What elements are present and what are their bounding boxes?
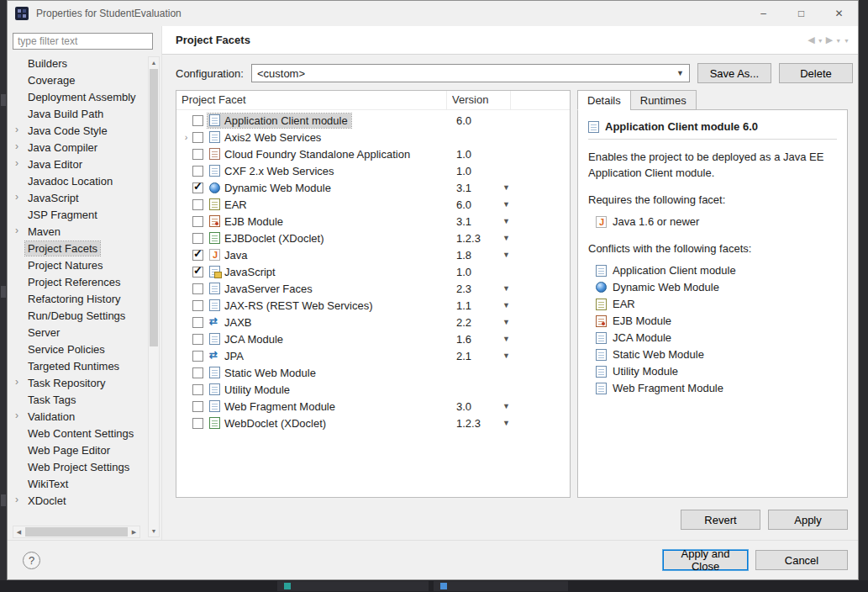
scroll-down-icon[interactable]: ▼ [149, 526, 159, 536]
tab-runtimes[interactable]: Runtimes [630, 90, 697, 110]
facet-checkbox[interactable] [192, 166, 203, 177]
forward-icon[interactable]: ▶ [826, 34, 833, 45]
expand-chevron-icon[interactable]: › [15, 225, 18, 236]
facet-checkbox[interactable] [192, 334, 203, 345]
facet-row-javaserver-faces[interactable]: JavaServer Faces2.3▼ [176, 280, 570, 297]
sidebar-item-project-facets[interactable]: Project Facets [13, 240, 142, 256]
facet-checkbox[interactable] [192, 367, 203, 378]
sidebar-item-task-tags[interactable]: Task Tags [13, 391, 142, 408]
view-menu-icon[interactable]: ▼ [844, 38, 850, 44]
version-dropdown-icon[interactable]: ▼ [502, 284, 510, 293]
tab-details[interactable]: Details [577, 90, 631, 110]
facet-row-utility-module[interactable]: Utility Module [176, 381, 570, 398]
sidebar-item-jsp-fragment[interactable]: JSP Fragment [13, 206, 142, 223]
sidebar-item-builders[interactable]: Builders [13, 55, 142, 71]
sidebar-item-java-editor[interactable]: ›Java Editor [13, 156, 142, 172]
facet-row-dynamic-web-module[interactable]: Dynamic Web Module3.1▼ [176, 179, 570, 196]
expand-chevron-icon[interactable]: › [15, 157, 18, 169]
facet-checkbox[interactable] [192, 300, 203, 311]
version-dropdown-icon[interactable]: ▼ [502, 301, 510, 309]
facet-row-application-client-module[interactable]: Application Client module6.0 [176, 112, 570, 129]
expand-chevron-icon[interactable]: › [15, 494, 18, 505]
facet-checkbox[interactable] [192, 132, 203, 143]
revert-button[interactable]: Revert [681, 510, 760, 530]
sidebar-item-targeted-runtimes[interactable]: Targeted Runtimes [13, 357, 142, 374]
version-dropdown-icon[interactable]: ▼ [502, 200, 510, 209]
version-dropdown-icon[interactable]: ▼ [502, 183, 510, 192]
sidebar-item-wikitext[interactable]: WikiText [13, 475, 142, 492]
facet-checkbox[interactable] [192, 267, 203, 278]
sidebar-item-javadoc-location[interactable]: Javadoc Location [13, 172, 142, 189]
save-as-button[interactable]: Save As... [697, 63, 771, 83]
version-dropdown-icon[interactable]: ▼ [502, 234, 510, 242]
version-dropdown-icon[interactable]: ▼ [502, 419, 510, 427]
facet-checkbox[interactable] [192, 283, 203, 294]
sidebar-item-server[interactable]: Server [13, 324, 142, 341]
sidebar-item-java-compiler[interactable]: ›Java Compiler [13, 139, 142, 156]
facet-row-ejb-module[interactable]: EJB Module3.1▼ [176, 213, 570, 230]
title-bar[interactable]: Properties for StudentEvaluation – □ ✕ [8, 1, 858, 26]
scroll-up-icon[interactable]: ▲ [149, 57, 159, 68]
facet-checkbox[interactable] [192, 216, 203, 227]
sidebar-item-java-code-style[interactable]: ›Java Code Style [13, 122, 142, 139]
facet-row-cloud-foundry-standalone-application[interactable]: Cloud Foundry Standalone Application1.0 [176, 145, 570, 162]
facet-row-jca-module[interactable]: JCA Module1.6▼ [176, 330, 570, 347]
sidebar-item-xdoclet[interactable]: ›XDoclet [13, 492, 142, 509]
sidebar-item-project-references[interactable]: Project References [13, 273, 142, 290]
scrollbar-thumb[interactable] [150, 69, 158, 346]
delete-button[interactable]: Delete [779, 63, 853, 83]
expand-chevron-icon[interactable]: › [181, 132, 192, 142]
filter-input[interactable] [13, 33, 153, 50]
facet-checkbox[interactable] [192, 233, 203, 244]
facet-row-axis2-web-services[interactable]: ›Axis2 Web Services [176, 129, 570, 145]
version-dropdown-icon[interactable]: ▼ [502, 402, 510, 410]
sidebar-vertical-scrollbar[interactable]: ▲ ▼ [148, 56, 160, 537]
sidebar-item-refactoring-history[interactable]: Refactoring History [13, 290, 142, 307]
configuration-select[interactable]: <custom> ▼ [251, 64, 690, 82]
apply-button[interactable]: Apply [768, 510, 848, 530]
facet-checkbox[interactable] [192, 317, 203, 328]
sidebar-item-validation[interactable]: ›Validation [13, 408, 142, 425]
facet-checkbox[interactable] [192, 384, 203, 395]
facet-checkbox[interactable] [192, 149, 203, 160]
facet-row-java[interactable]: Java1.8▼ [176, 246, 570, 263]
facet-row-cxf-2-x-web-services[interactable]: CXF 2.x Web Services1.0 [176, 162, 570, 179]
version-dropdown-icon[interactable]: ▼ [502, 318, 510, 326]
facet-row-jaxb[interactable]: JAXB2.2▼ [176, 314, 570, 330]
cancel-button[interactable]: Cancel [755, 550, 848, 570]
facet-row-webdoclet-xdoclet[interactable]: WebDoclet (XDoclet)1.2.3▼ [176, 415, 570, 431]
facet-checkbox[interactable] [192, 418, 203, 429]
facet-row-static-web-module[interactable]: Static Web Module [176, 364, 570, 381]
expand-chevron-icon[interactable]: › [15, 376, 18, 388]
facet-checkbox[interactable] [192, 115, 203, 126]
sidebar-item-web-content-settings[interactable]: Web Content Settings [13, 425, 142, 441]
sidebar-item-deployment-assembly[interactable]: Deployment Assembly [13, 88, 142, 105]
version-dropdown-icon[interactable]: ▼ [502, 251, 510, 259]
sidebar-item-javascript[interactable]: ›JavaScript [13, 189, 142, 206]
facet-checkbox[interactable] [192, 351, 203, 362]
apply-and-close-button[interactable]: Apply and Close [663, 550, 748, 570]
facet-row-ear[interactable]: EAR6.0▼ [176, 196, 570, 213]
sidebar-item-project-natures[interactable]: Project Natures [13, 256, 142, 273]
version-dropdown-icon[interactable]: ▼ [502, 217, 510, 225]
back-dropdown-icon[interactable]: ▼ [818, 38, 823, 44]
scrollbar-thumb[interactable] [25, 527, 128, 536]
facet-row-ejbdoclet-xdoclet[interactable]: EJBDoclet (XDoclet)1.2.3▼ [176, 230, 570, 246]
back-icon[interactable]: ◀ [808, 34, 814, 45]
facet-checkbox[interactable] [192, 401, 203, 412]
close-button[interactable]: ✕ [820, 1, 858, 26]
sidebar-item-run-debug-settings[interactable]: Run/Debug Settings [13, 307, 142, 324]
sidebar-item-web-project-settings[interactable]: Web Project Settings [13, 458, 142, 475]
column-header-project-facet[interactable]: Project Facet [176, 91, 447, 109]
expand-chevron-icon[interactable]: › [15, 191, 18, 203]
facet-checkbox[interactable] [192, 182, 203, 193]
scroll-right-icon[interactable]: ▶ [129, 529, 139, 536]
sidebar-horizontal-scrollbar[interactable]: ◀ ▶ [13, 526, 140, 538]
maximize-button[interactable]: □ [782, 1, 820, 26]
sidebar-item-maven[interactable]: ›Maven [13, 223, 142, 240]
sidebar-item-java-build-path[interactable]: Java Build Path [13, 105, 142, 122]
facet-row-web-fragment-module[interactable]: Web Fragment Module3.0▼ [176, 398, 570, 415]
version-dropdown-icon[interactable]: ▼ [502, 335, 510, 343]
facet-checkbox[interactable] [192, 250, 203, 261]
forward-dropdown-icon[interactable]: ▼ [835, 38, 841, 44]
